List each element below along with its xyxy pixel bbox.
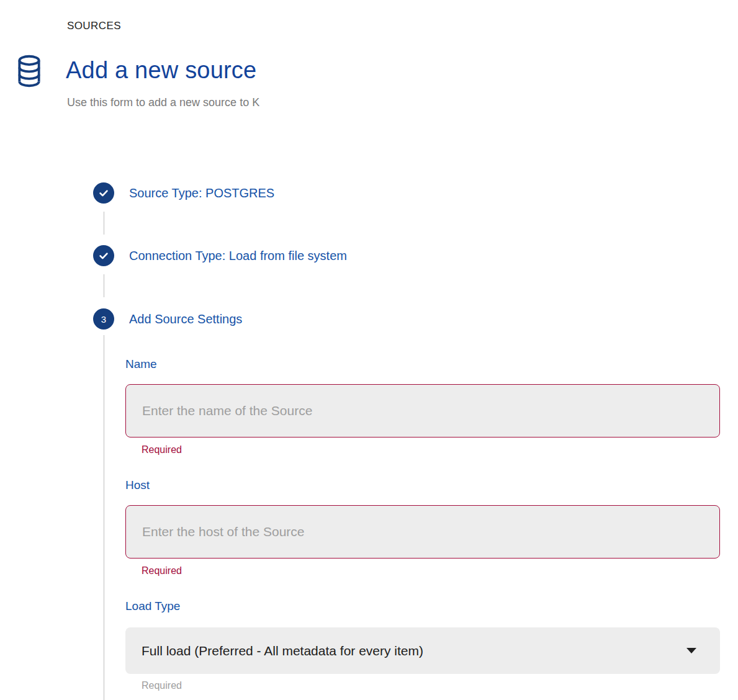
- host-required-hint: Required: [142, 565, 182, 577]
- database-icon: [17, 55, 41, 88]
- host-input[interactable]: [125, 505, 720, 559]
- breadcrumb[interactable]: SOURCES: [67, 20, 121, 32]
- add-source-page: { "header": { "breadcrumb": "SOURCES", "…: [0, 0, 738, 700]
- load-type-required-hint: Required: [142, 680, 182, 691]
- step-3-active-circle: 3: [93, 308, 114, 330]
- step-2-label[interactable]: Connection Type: Load from file system: [129, 245, 347, 266]
- stepper-connector: [104, 212, 104, 235]
- stepper-connector: [104, 274, 104, 297]
- host-field-label: Host: [125, 478, 150, 492]
- page-title: Add a new source: [66, 57, 256, 84]
- load-type-selected-value: Full load (Preferred - All metadata for …: [142, 644, 686, 658]
- stepper-connector: [104, 335, 104, 700]
- step-3-label: Add Source Settings: [129, 308, 242, 330]
- step-1-completed-circle[interactable]: [93, 182, 114, 204]
- step-2-completed-circle[interactable]: [93, 245, 114, 266]
- page-subtitle: Use this form to add a new source to K: [67, 96, 259, 109]
- step-1-label[interactable]: Source Type: POSTGRES: [129, 182, 274, 204]
- name-field-label: Name: [125, 357, 157, 371]
- check-icon: [97, 187, 110, 199]
- load-type-field-label: Load Type: [125, 599, 180, 613]
- chevron-down-icon: [686, 648, 696, 653]
- name-required-hint: Required: [142, 444, 182, 455]
- name-input[interactable]: [125, 384, 720, 437]
- check-icon: [97, 249, 110, 262]
- step-3-number: 3: [101, 314, 106, 325]
- load-type-select[interactable]: Full load (Preferred - All metadata for …: [125, 627, 720, 674]
